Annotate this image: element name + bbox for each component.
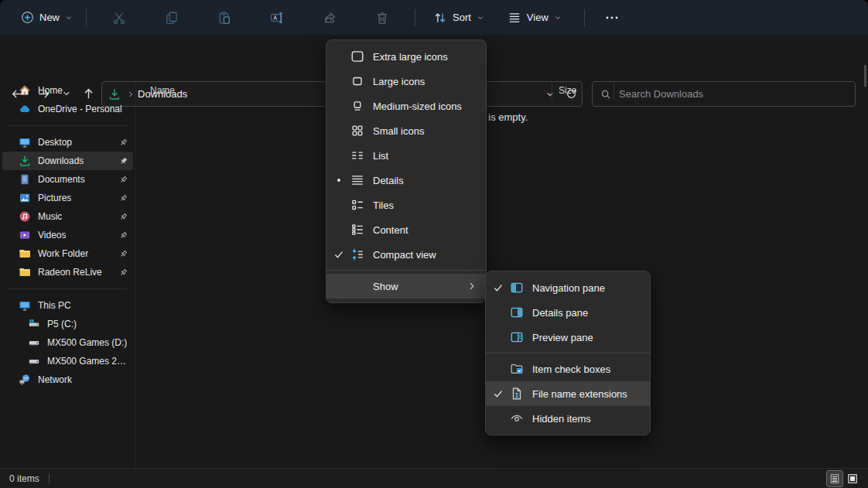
windows-drive-icon	[28, 318, 40, 330]
folder-icon	[19, 266, 31, 278]
menu-item-list[interactable]: List	[326, 143, 486, 168]
sort-button-label: Sort	[453, 12, 471, 23]
medium-sized-icons-icon	[350, 99, 373, 113]
details-view-toggle[interactable]	[827, 471, 842, 486]
sidebar-separator	[8, 288, 128, 289]
submenu-item-file-name-extensions[interactable]: File name extensions	[486, 381, 650, 406]
scrollbar-thumb[interactable]	[864, 65, 866, 87]
sidebar-item-network[interactable]: Network	[2, 370, 133, 389]
menu-item-show[interactable]: Show	[326, 274, 486, 299]
details-view-icon	[829, 473, 840, 484]
music-icon	[19, 210, 31, 223]
sidebar-item-label: Pictures	[38, 193, 71, 203]
column-header-name[interactable]: Name	[150, 85, 175, 96]
new-button-label: New	[39, 12, 60, 23]
sidebar-item-radeon-relive[interactable]: Radeon ReLive	[2, 263, 133, 282]
column-divider[interactable]	[613, 83, 614, 100]
submenu-item-navigation-pane[interactable]: Navigation pane	[486, 275, 650, 300]
sidebar-separator	[8, 125, 128, 126]
sidebar-item-drive-d[interactable]: MX500 Games (D:)	[2, 333, 133, 352]
new-button[interactable]: New	[14, 6, 80, 29]
menu-item-medium-sized-icons[interactable]: Medium-sized icons	[326, 94, 486, 118]
sidebar-item-label: Documents	[38, 174, 85, 185]
sidebar-item-pictures[interactable]: Pictures	[2, 189, 133, 207]
menu-item-label: Small icons	[373, 125, 486, 137]
share-button[interactable]	[313, 5, 347, 30]
toolbar-separator	[584, 9, 585, 26]
new-plus-icon	[21, 11, 34, 24]
sidebar-item-music[interactable]: Music	[2, 207, 133, 226]
submenu-item-label: Navigation pane	[532, 282, 650, 294]
sidebar-item-onedrive[interactable]: OneDrive - Personal	[2, 100, 133, 118]
onedrive-cloud-icon	[19, 103, 31, 115]
sort-button[interactable]: Sort	[426, 6, 491, 29]
pictures-icon	[19, 192, 31, 204]
sidebar-item-downloads[interactable]: Downloads	[2, 152, 133, 170]
pin-icon	[118, 138, 128, 148]
menu-item-label: Details	[373, 175, 486, 186]
submenu-item-label: Preview pane	[532, 332, 650, 343]
sidebar-item-videos[interactable]: Videos	[2, 226, 133, 244]
chevron-down-icon	[65, 14, 73, 22]
menu-item-compact-view[interactable]: Compact view	[326, 242, 486, 267]
sidebar-item-documents[interactable]: Documents	[2, 170, 133, 189]
column-header-row: Name Size	[137, 81, 868, 101]
checkmark-icon	[333, 249, 344, 260]
sidebar-item-label: Videos	[38, 230, 66, 241]
sidebar-item-label: Downloads	[38, 155, 84, 166]
paste-button[interactable]	[207, 5, 241, 30]
menu-item-tiles[interactable]: Tiles	[326, 193, 486, 217]
sort-icon	[433, 11, 447, 25]
more-options-button[interactable]	[594, 5, 630, 30]
item-count: 0 items	[9, 473, 39, 484]
sidebar-item-label: Work Folder	[38, 248, 88, 259]
toolbar-separator	[86, 9, 87, 26]
cut-button[interactable]	[102, 5, 136, 30]
chevron-down-icon	[554, 14, 562, 22]
sidebar-item-work-folder[interactable]: Work Folder	[2, 244, 133, 263]
sidebar-item-drive-e[interactable]: MX500 Games 2 (E:)	[2, 352, 133, 370]
chevron-down-icon	[477, 14, 484, 22]
pin-icon	[118, 268, 128, 278]
view-button[interactable]: View	[501, 6, 569, 29]
column-divider[interactable]	[552, 83, 552, 100]
navigation-pane: Home OneDrive - Personal Desktop Downloa…	[0, 77, 136, 468]
menu-item-label: Content	[373, 224, 486, 236]
delete-icon	[375, 11, 389, 25]
drive-icon	[28, 355, 40, 367]
menu-item-details[interactable]: Details	[326, 168, 486, 193]
menu-item-label: Extra large icons	[373, 51, 486, 63]
menu-item-content[interactable]: Content	[326, 217, 486, 242]
file-explorer-window: New	[0, 0, 868, 488]
copy-button[interactable]	[155, 5, 189, 30]
this-pc-icon	[19, 299, 31, 312]
sidebar-item-label: Music	[38, 211, 62, 222]
tiles-icon	[350, 198, 373, 212]
sidebar-item-home[interactable]: Home	[2, 81, 133, 100]
downloads-icon	[19, 155, 31, 167]
paste-icon	[217, 11, 231, 25]
submenu-item-hidden-items[interactable]: Hidden items	[486, 406, 650, 431]
submenu-item-preview-pane[interactable]: Preview pane	[486, 325, 650, 350]
menu-item-extra-large-icons[interactable]: Extra large icons	[326, 44, 486, 69]
details-icon	[350, 173, 373, 187]
submenu-item-details-pane[interactable]: Details pane	[486, 300, 650, 325]
rename-button[interactable]	[260, 5, 294, 30]
sidebar-item-desktop[interactable]: Desktop	[2, 133, 133, 152]
column-header-size[interactable]: Size	[559, 85, 576, 96]
menu-item-small-icons[interactable]: Small icons	[326, 118, 486, 143]
pin-icon	[118, 230, 128, 241]
preview-pane-icon	[510, 330, 532, 344]
pin-icon	[118, 175, 128, 185]
thumbnail-view-toggle[interactable]	[845, 471, 860, 486]
sidebar-item-this-pc[interactable]: This PC	[2, 296, 133, 315]
sidebar-item-drive-c[interactable]: P5 (C:)	[2, 315, 133, 333]
list-icon	[350, 148, 373, 162]
pin-icon	[118, 156, 128, 166]
menu-item-label: Medium-sized icons	[373, 101, 486, 112]
checkmark-icon	[493, 282, 504, 293]
menu-item-large-icons[interactable]: Large icons	[326, 69, 486, 94]
sidebar-item-label: Desktop	[38, 137, 72, 148]
submenu-item-item-check-boxes[interactable]: Item check boxes	[486, 357, 650, 381]
delete-button[interactable]	[365, 5, 399, 30]
